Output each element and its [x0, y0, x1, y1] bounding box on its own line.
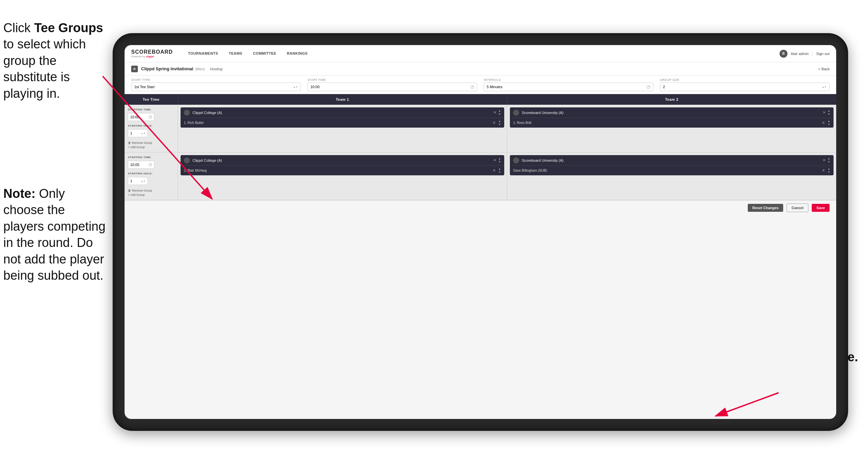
- logo-powered: Powered by clippd: [131, 55, 173, 58]
- instruction-top-text2: to select which group the substitute is …: [3, 37, 86, 100]
- add-group-btn-2[interactable]: + Add Group: [128, 193, 174, 197]
- team2-col-2: Scoreboard University (A) ✕ ▲▼ Dave Bill…: [507, 152, 836, 200]
- note-text: Only choose the players competing in the…: [3, 186, 105, 282]
- team1-name-1: Clippd College (A): [192, 111, 491, 115]
- starting-time-label-1: STARTING TIME:: [128, 108, 174, 111]
- nav-rankings[interactable]: RANKINGS: [282, 45, 313, 62]
- starting-hole-label-2: STARTING HOLE:: [128, 172, 174, 175]
- navbar: SCOREBOARD Powered by clippd TOURNAMENTS…: [125, 45, 836, 62]
- tablet-screen: SCOREBOARD Powered by clippd TOURNAMENTS…: [125, 45, 836, 419]
- team1-card-header-1: Clippd College (A) ✕ ▲▼: [181, 107, 504, 118]
- player-row-1-1: 1. Rich Butler ✕ ▲▼: [181, 118, 504, 127]
- player-arrows-2-1: ▲▼: [828, 120, 830, 126]
- team2-arrows-2: ▲▼: [828, 157, 830, 164]
- team1-controls-1: ✕ ▲▼: [493, 109, 501, 116]
- tee-group-row-1: STARTING TIME: 10:00 🕐 STARTING HOLE: 1 …: [125, 105, 836, 152]
- tee-group-row-2: STARTING TIME: 10:05 🕐 STARTING HOLE: 1 …: [125, 152, 836, 200]
- reset-changes-button[interactable]: Reset Changes: [748, 204, 783, 212]
- player-arrows-1-1: ▲▼: [498, 120, 501, 126]
- group-actions-2: 🗑 Remove Group + Add Group: [128, 189, 174, 197]
- group-size-label: Group Size: [660, 78, 830, 82]
- team1-card-2[interactable]: Clippd College (A) ✕ ▲▼ 2. Blair McHarg …: [181, 155, 504, 175]
- time-icon-2: 🕐: [148, 163, 152, 166]
- group-size-arrows: ▲▼: [822, 86, 827, 88]
- hole-arrows-1: ▲▼: [141, 132, 146, 135]
- signout-link[interactable]: Sign out: [816, 52, 830, 56]
- th-team2: Team 2: [507, 94, 836, 105]
- player-close-icon-1-1[interactable]: ✕: [493, 121, 496, 125]
- team2-controls-2: ✕ ▲▼: [823, 157, 830, 164]
- team2-card-header-1: Scoreboard University (A) ✕ ▲▼: [510, 107, 834, 118]
- team2-close-icon-1[interactable]: ✕: [823, 110, 826, 115]
- remove-group-btn-1[interactable]: 🗑 Remove Group: [128, 141, 174, 145]
- team2-card-2[interactable]: Scoreboard University (A) ✕ ▲▼ Dave Bill…: [510, 155, 834, 175]
- add-group-btn-1[interactable]: + Add Group: [128, 146, 174, 149]
- start-type-field: Start Type 1st Tee Start ▲▼: [131, 78, 301, 91]
- sub-header: B Clippd Spring Invitational (Men) Hosti…: [125, 62, 836, 76]
- team2-icon-2: [513, 157, 519, 164]
- clock-icon: 🕐: [470, 85, 474, 89]
- th-team1: Team 1: [178, 94, 507, 105]
- hosting-label: Hosting: [210, 67, 222, 71]
- team2-close-icon-2[interactable]: ✕: [823, 158, 826, 163]
- nav-tournaments[interactable]: TOURNAMENTS: [183, 45, 224, 62]
- nav-committee[interactable]: COMMITTEE: [247, 45, 282, 62]
- avatar: B: [779, 50, 787, 58]
- hole-arrows-2: ▲▼: [141, 180, 146, 182]
- trash-icon-2: 🗑: [128, 189, 131, 192]
- player-arrows-1-2: ▲▼: [498, 167, 501, 174]
- starting-time-input-1[interactable]: 10:00 🕐: [128, 113, 154, 121]
- logo-scoreboard: SCOREBOARD: [131, 49, 173, 55]
- start-type-label: Start Type: [131, 78, 301, 82]
- team2-controls-1: ✕ ▲▼: [823, 109, 830, 116]
- config-row: Start Type 1st Tee Start ▲▼ Start Time 1…: [125, 76, 836, 94]
- start-time-input[interactable]: 10:00 🕐: [307, 83, 477, 91]
- player-name-1-1: 1. Rich Butler: [184, 121, 490, 125]
- group-actions-1: 🗑 Remove Group + Add Group: [128, 141, 174, 149]
- tournament-tag: (Men): [195, 67, 205, 71]
- player-close-icon-2-1[interactable]: ✕: [822, 121, 825, 125]
- team1-icon-2: [184, 157, 190, 164]
- start-type-arrows: ▲▼: [293, 86, 298, 88]
- cancel-button[interactable]: Cancel: [786, 204, 808, 212]
- nav-teams[interactable]: TEAMS: [223, 45, 247, 62]
- player-close-icon-2-2[interactable]: ✕: [822, 168, 825, 173]
- team2-arrows-1: ▲▼: [828, 109, 830, 116]
- intervals-input[interactable]: 5 Minutes 🕐: [484, 83, 653, 91]
- start-time-field: Start Time 10:00 🕐: [307, 78, 477, 91]
- starting-hole-input-2[interactable]: 1 ▲▼: [128, 177, 148, 185]
- team1-close-icon-2[interactable]: ✕: [493, 158, 496, 163]
- back-button[interactable]: < Back: [818, 67, 830, 71]
- save-button[interactable]: Save: [812, 204, 830, 212]
- table-header: Tee Time Team 1 Team 2: [125, 94, 836, 105]
- team1-arrows-1: ▲▼: [498, 109, 501, 116]
- group-size-field: Group Size 2 ▲▼: [660, 78, 830, 91]
- nav-divider: |: [812, 52, 813, 56]
- team1-card-1[interactable]: Clippd College (A) ✕ ▲▼ 1. Rich Butler ✕…: [181, 107, 504, 127]
- tournament-title: Clippd Spring Invitational: [141, 66, 193, 71]
- team2-name-1: Scoreboard University (A): [522, 111, 820, 115]
- team1-arrows-2: ▲▼: [498, 157, 501, 164]
- starting-hole-input-1[interactable]: 1 ▲▼: [128, 129, 148, 137]
- group-size-input[interactable]: 2 ▲▼: [660, 83, 830, 91]
- instruction-note: Note: Only choose the players competing …: [3, 185, 106, 284]
- team2-card-1[interactable]: Scoreboard University (A) ✕ ▲▼ 1. Rees B…: [510, 107, 834, 127]
- note-bold: Note:: [3, 186, 39, 201]
- player-row-2-1: 1. Rees Britt ✕ ▲▼: [510, 118, 834, 127]
- team1-controls-2: ✕ ▲▼: [493, 157, 501, 164]
- player-row-2-2: Dave Billingham (SUB) ✕ ▲▼: [510, 166, 834, 175]
- team2-col-1: Scoreboard University (A) ✕ ▲▼ 1. Rees B…: [507, 105, 836, 152]
- start-type-input[interactable]: 1st Tee Start ▲▼: [131, 83, 301, 91]
- tee-time-col-1: STARTING TIME: 10:00 🕐 STARTING HOLE: 1 …: [125, 105, 178, 152]
- starting-hole-label-1: STARTING HOLE:: [128, 124, 174, 127]
- team1-card-header-2: Clippd College (A) ✕ ▲▼: [181, 155, 504, 166]
- player-name-2-2: Dave Billingham (SUB): [513, 169, 819, 172]
- starting-time-input-2[interactable]: 10:05 🕐: [128, 161, 154, 169]
- player-name-2-1: 1. Rees Britt: [513, 121, 819, 125]
- team1-col-1: Clippd College (A) ✕ ▲▼ 1. Rich Butler ✕…: [178, 105, 507, 152]
- remove-group-btn-2[interactable]: 🗑 Remove Group: [128, 189, 174, 192]
- player-close-icon-1-2[interactable]: ✕: [493, 168, 496, 173]
- starting-time-label-2: STARTING TIME:: [128, 156, 174, 159]
- team1-close-icon-1[interactable]: ✕: [493, 110, 496, 115]
- footer: Reset Changes Cancel Save: [125, 200, 836, 215]
